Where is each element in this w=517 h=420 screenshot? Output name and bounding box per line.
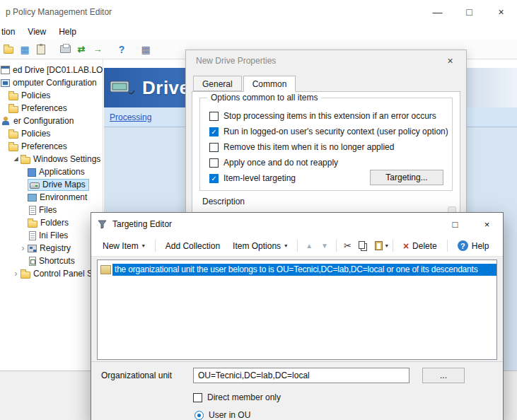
tree-item-ini-files[interactable]: Ini Files [0, 229, 103, 242]
minimize-button[interactable]: — [422, 0, 453, 24]
help-icon[interactable]: ? [115, 42, 129, 57]
add-collection-button[interactable]: Add Collection [160, 238, 226, 254]
tree-item-files[interactable]: Files [0, 204, 103, 216]
user-in-ou-label: User in OU [209, 410, 250, 420]
chevron-down-icon[interactable]: ▾ [385, 243, 388, 249]
item-options-label: Item Options [233, 241, 281, 251]
tree-item-policies-user[interactable]: Policies [0, 127, 103, 140]
new-item-button[interactable]: New Item ▾ [97, 238, 151, 254]
tab-common[interactable]: Common [243, 76, 296, 92]
direct-member-row[interactable]: Direct member only [193, 392, 493, 402]
browse-button[interactable]: ... [422, 368, 465, 383]
add-collection-label: Add Collection [165, 241, 220, 251]
tree-item-registry[interactable]: › Registry [0, 242, 103, 255]
paste-icon[interactable] [375, 241, 383, 250]
registry-icon [28, 245, 37, 252]
help-label: Help [472, 241, 489, 251]
cut-icon[interactable]: ✂ [341, 240, 354, 251]
delete-button[interactable]: × Delete [397, 238, 443, 255]
tree-item-environment[interactable]: Environment [0, 191, 103, 204]
tree-item-preferences[interactable]: Preferences [0, 102, 103, 115]
folder-icon [21, 272, 30, 279]
organizational-unit-label: Organizational unit [101, 371, 193, 380]
checkbox-checked[interactable]: ✓ [209, 127, 219, 136]
checkbox-unchecked[interactable] [209, 112, 219, 121]
tab-general[interactable]: General [193, 76, 242, 91]
help-button[interactable]: ? Help [452, 238, 495, 254]
maximize-button[interactable]: □ [453, 0, 485, 24]
drive-maps-icon [110, 78, 135, 97]
option-stop-processing[interactable]: Stop processing items in this extension … [200, 108, 452, 124]
new-drive-properties-dialog: New Drive Properties × General Common Op… [185, 49, 467, 226]
up-level-icon[interactable] [1, 42, 16, 57]
checkbox-unchecked[interactable] [193, 393, 202, 402]
properties-tabs: General Common [193, 76, 297, 92]
checkbox-unchecked[interactable] [209, 143, 219, 152]
menu-help[interactable]: Help [52, 25, 83, 39]
tree-item-applications[interactable]: Applications [0, 165, 103, 178]
option-apply-once[interactable]: Apply once and do not reapply [200, 155, 452, 170]
tree-item-computer-configuration[interactable]: omputer Configuration [0, 76, 103, 89]
properties-titlebar: New Drive Properties × [186, 50, 466, 71]
checkbox-checked[interactable]: ✓ [209, 174, 219, 183]
check-icon: ✓ [211, 175, 216, 182]
tree-item-label: Folders [40, 218, 69, 228]
tree-item-folders[interactable]: Folders [0, 216, 103, 229]
tree-item-label: Drive Maps [42, 180, 86, 189]
close-button[interactable]: × [485, 0, 517, 24]
organizational-unit-input[interactable] [193, 368, 409, 383]
targeting-toolbar: New Item ▾ Add Collection Item Options ▾… [91, 235, 503, 257]
targeting-button[interactable]: Targeting... [370, 170, 443, 185]
expander-closed-icon[interactable]: › [18, 242, 28, 255]
folder-icon [8, 106, 18, 113]
chevron-down-icon: ▾ [142, 243, 145, 249]
tree-item-label: Applications [39, 167, 85, 177]
tree-item-policies[interactable]: Policies [0, 89, 103, 102]
tree-item-root[interactable]: ed Drive [DC01.LAB.LOCA [0, 64, 103, 76]
maximize-icon[interactable]: □ [439, 213, 471, 235]
export-list-icon[interactable]: → [91, 42, 105, 57]
close-icon[interactable]: × [471, 213, 503, 235]
toolbar-separator [393, 240, 393, 252]
targeting-item-row[interactable]: the organizational unit the user belongs… [98, 263, 496, 276]
copy-icon[interactable] [359, 241, 365, 249]
targeting-editor-dialog: Targeting Editor □ × New Item ▾ Add Coll… [91, 212, 504, 420]
window-controls: — □ × [422, 0, 517, 24]
move-down-icon[interactable]: ▼ [318, 242, 332, 250]
screen: p Policy Management Editor — □ × tion Vi… [0, 0, 517, 420]
tree-item-label: Policies [21, 129, 50, 139]
menu-action[interactable]: tion [0, 25, 21, 39]
properties-icon[interactable] [34, 42, 48, 57]
folder-icon [8, 132, 18, 139]
delete-label: Delete [412, 241, 437, 251]
ou-item-icon [100, 265, 111, 274]
tree-item-windows-settings[interactable]: ◢ Windows Settings [0, 153, 103, 165]
tree-item-control-panel-settings[interactable]: › Control Panel Sett [0, 267, 103, 280]
print-icon[interactable] [58, 42, 72, 57]
chevron-down-icon: ▾ [284, 243, 287, 249]
tree-item-user-configuration[interactable]: er Configuration [0, 115, 103, 127]
expander-open-icon[interactable]: ◢ [11, 153, 21, 165]
tree-item-label: Ini Files [39, 231, 68, 240]
checkbox-unchecked[interactable] [209, 158, 219, 168]
option-remove-item[interactable]: Remove this item when it is no longer ap… [200, 139, 452, 155]
grid-view-icon[interactable]: ▦ [139, 42, 153, 57]
tree-item-shortcuts[interactable]: Shortcuts [0, 255, 103, 267]
option-label: Apply once and do not reapply [223, 158, 338, 168]
menu-view[interactable]: View [21, 25, 52, 39]
user-in-ou-row[interactable]: User in OU [194, 410, 493, 420]
refresh-icon[interactable]: ⇄ [74, 42, 88, 57]
processing-link[interactable]: Processing [110, 112, 151, 122]
description-label: Description [202, 197, 245, 206]
option-run-user-context[interactable]: ✓ Run in logged-on user's security conte… [200, 124, 452, 139]
move-up-icon[interactable]: ▲ [302, 242, 316, 250]
window-title: p Policy Management Editor [0, 7, 422, 17]
tree-item-label: Environment [40, 192, 87, 202]
tree-item-preferences-user[interactable]: Preferences [0, 140, 103, 153]
radio-selected[interactable] [194, 411, 204, 420]
console-tree-icon[interactable]: ▦ [18, 42, 32, 57]
item-options-button[interactable]: Item Options ▾ [227, 238, 293, 254]
close-icon[interactable]: × [434, 50, 466, 71]
expander-closed-icon[interactable]: › [11, 267, 21, 280]
tree-item-drive-maps[interactable]: Drive Maps [0, 178, 103, 191]
